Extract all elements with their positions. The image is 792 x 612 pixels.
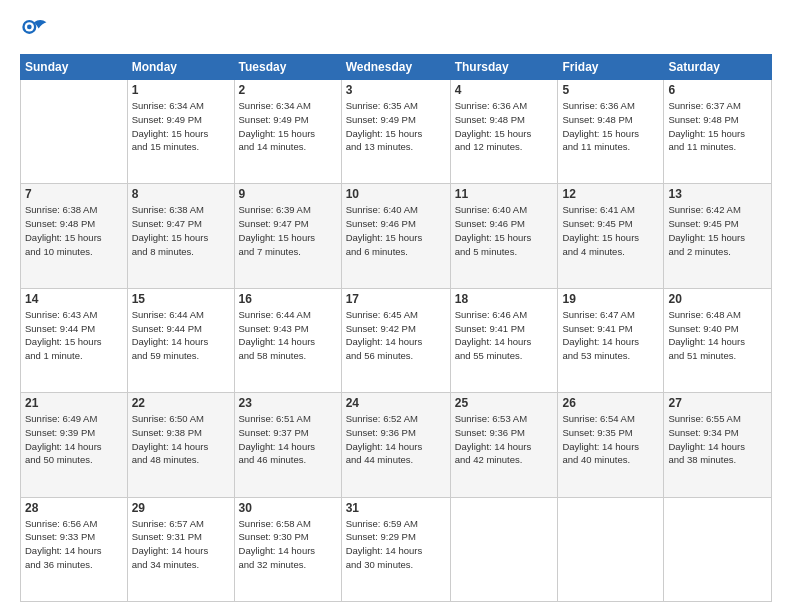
calendar-cell: 21Sunrise: 6:49 AM Sunset: 9:39 PM Dayli… bbox=[21, 393, 128, 497]
day-info: Sunrise: 6:54 AM Sunset: 9:35 PM Dayligh… bbox=[562, 412, 659, 467]
day-info: Sunrise: 6:50 AM Sunset: 9:38 PM Dayligh… bbox=[132, 412, 230, 467]
weekday-header-saturday: Saturday bbox=[664, 55, 772, 80]
day-info: Sunrise: 6:38 AM Sunset: 9:48 PM Dayligh… bbox=[25, 203, 123, 258]
calendar-cell: 17Sunrise: 6:45 AM Sunset: 9:42 PM Dayli… bbox=[341, 288, 450, 392]
calendar-cell: 23Sunrise: 6:51 AM Sunset: 9:37 PM Dayli… bbox=[234, 393, 341, 497]
calendar-week-3: 14Sunrise: 6:43 AM Sunset: 9:44 PM Dayli… bbox=[21, 288, 772, 392]
day-info: Sunrise: 6:56 AM Sunset: 9:33 PM Dayligh… bbox=[25, 517, 123, 572]
calendar-cell: 3Sunrise: 6:35 AM Sunset: 9:49 PM Daylig… bbox=[341, 80, 450, 184]
weekday-header-row: SundayMondayTuesdayWednesdayThursdayFrid… bbox=[21, 55, 772, 80]
day-info: Sunrise: 6:36 AM Sunset: 9:48 PM Dayligh… bbox=[562, 99, 659, 154]
day-number: 21 bbox=[25, 396, 123, 410]
calendar-cell: 8Sunrise: 6:38 AM Sunset: 9:47 PM Daylig… bbox=[127, 184, 234, 288]
day-number: 3 bbox=[346, 83, 446, 97]
day-number: 4 bbox=[455, 83, 554, 97]
day-number: 8 bbox=[132, 187, 230, 201]
day-number: 22 bbox=[132, 396, 230, 410]
day-info: Sunrise: 6:39 AM Sunset: 9:47 PM Dayligh… bbox=[239, 203, 337, 258]
calendar-cell: 12Sunrise: 6:41 AM Sunset: 9:45 PM Dayli… bbox=[558, 184, 664, 288]
day-number: 18 bbox=[455, 292, 554, 306]
day-number: 17 bbox=[346, 292, 446, 306]
day-info: Sunrise: 6:35 AM Sunset: 9:49 PM Dayligh… bbox=[346, 99, 446, 154]
weekday-header-friday: Friday bbox=[558, 55, 664, 80]
calendar-cell: 20Sunrise: 6:48 AM Sunset: 9:40 PM Dayli… bbox=[664, 288, 772, 392]
day-info: Sunrise: 6:44 AM Sunset: 9:43 PM Dayligh… bbox=[239, 308, 337, 363]
calendar-cell: 22Sunrise: 6:50 AM Sunset: 9:38 PM Dayli… bbox=[127, 393, 234, 497]
day-info: Sunrise: 6:40 AM Sunset: 9:46 PM Dayligh… bbox=[455, 203, 554, 258]
day-number: 31 bbox=[346, 501, 446, 515]
calendar-cell: 19Sunrise: 6:47 AM Sunset: 9:41 PM Dayli… bbox=[558, 288, 664, 392]
calendar-week-1: 1Sunrise: 6:34 AM Sunset: 9:49 PM Daylig… bbox=[21, 80, 772, 184]
day-number: 25 bbox=[455, 396, 554, 410]
day-number: 2 bbox=[239, 83, 337, 97]
day-info: Sunrise: 6:55 AM Sunset: 9:34 PM Dayligh… bbox=[668, 412, 767, 467]
weekday-header-tuesday: Tuesday bbox=[234, 55, 341, 80]
logo-icon bbox=[20, 16, 48, 44]
calendar-cell: 9Sunrise: 6:39 AM Sunset: 9:47 PM Daylig… bbox=[234, 184, 341, 288]
calendar-cell: 18Sunrise: 6:46 AM Sunset: 9:41 PM Dayli… bbox=[450, 288, 558, 392]
calendar-cell: 31Sunrise: 6:59 AM Sunset: 9:29 PM Dayli… bbox=[341, 497, 450, 601]
day-info: Sunrise: 6:40 AM Sunset: 9:46 PM Dayligh… bbox=[346, 203, 446, 258]
day-info: Sunrise: 6:36 AM Sunset: 9:48 PM Dayligh… bbox=[455, 99, 554, 154]
day-number: 6 bbox=[668, 83, 767, 97]
calendar-cell: 4Sunrise: 6:36 AM Sunset: 9:48 PM Daylig… bbox=[450, 80, 558, 184]
day-number: 26 bbox=[562, 396, 659, 410]
day-info: Sunrise: 6:52 AM Sunset: 9:36 PM Dayligh… bbox=[346, 412, 446, 467]
day-info: Sunrise: 6:59 AM Sunset: 9:29 PM Dayligh… bbox=[346, 517, 446, 572]
day-info: Sunrise: 6:58 AM Sunset: 9:30 PM Dayligh… bbox=[239, 517, 337, 572]
svg-point-2 bbox=[27, 25, 32, 30]
day-number: 28 bbox=[25, 501, 123, 515]
day-info: Sunrise: 6:44 AM Sunset: 9:44 PM Dayligh… bbox=[132, 308, 230, 363]
calendar-cell: 6Sunrise: 6:37 AM Sunset: 9:48 PM Daylig… bbox=[664, 80, 772, 184]
day-number: 19 bbox=[562, 292, 659, 306]
calendar-week-4: 21Sunrise: 6:49 AM Sunset: 9:39 PM Dayli… bbox=[21, 393, 772, 497]
calendar-table: SundayMondayTuesdayWednesdayThursdayFrid… bbox=[20, 54, 772, 602]
day-info: Sunrise: 6:48 AM Sunset: 9:40 PM Dayligh… bbox=[668, 308, 767, 363]
day-number: 7 bbox=[25, 187, 123, 201]
calendar-cell: 1Sunrise: 6:34 AM Sunset: 9:49 PM Daylig… bbox=[127, 80, 234, 184]
calendar-cell: 11Sunrise: 6:40 AM Sunset: 9:46 PM Dayli… bbox=[450, 184, 558, 288]
weekday-header-wednesday: Wednesday bbox=[341, 55, 450, 80]
calendar-cell: 16Sunrise: 6:44 AM Sunset: 9:43 PM Dayli… bbox=[234, 288, 341, 392]
day-number: 13 bbox=[668, 187, 767, 201]
day-number: 27 bbox=[668, 396, 767, 410]
day-info: Sunrise: 6:45 AM Sunset: 9:42 PM Dayligh… bbox=[346, 308, 446, 363]
calendar-cell bbox=[664, 497, 772, 601]
calendar-cell: 14Sunrise: 6:43 AM Sunset: 9:44 PM Dayli… bbox=[21, 288, 128, 392]
day-info: Sunrise: 6:42 AM Sunset: 9:45 PM Dayligh… bbox=[668, 203, 767, 258]
day-info: Sunrise: 6:51 AM Sunset: 9:37 PM Dayligh… bbox=[239, 412, 337, 467]
day-number: 1 bbox=[132, 83, 230, 97]
day-number: 20 bbox=[668, 292, 767, 306]
calendar-cell: 7Sunrise: 6:38 AM Sunset: 9:48 PM Daylig… bbox=[21, 184, 128, 288]
day-info: Sunrise: 6:57 AM Sunset: 9:31 PM Dayligh… bbox=[132, 517, 230, 572]
day-number: 16 bbox=[239, 292, 337, 306]
calendar-cell: 27Sunrise: 6:55 AM Sunset: 9:34 PM Dayli… bbox=[664, 393, 772, 497]
page-header bbox=[20, 16, 772, 44]
day-info: Sunrise: 6:43 AM Sunset: 9:44 PM Dayligh… bbox=[25, 308, 123, 363]
calendar-cell: 5Sunrise: 6:36 AM Sunset: 9:48 PM Daylig… bbox=[558, 80, 664, 184]
calendar-cell: 24Sunrise: 6:52 AM Sunset: 9:36 PM Dayli… bbox=[341, 393, 450, 497]
day-info: Sunrise: 6:53 AM Sunset: 9:36 PM Dayligh… bbox=[455, 412, 554, 467]
day-number: 29 bbox=[132, 501, 230, 515]
calendar-cell: 26Sunrise: 6:54 AM Sunset: 9:35 PM Dayli… bbox=[558, 393, 664, 497]
day-number: 14 bbox=[25, 292, 123, 306]
logo bbox=[20, 16, 52, 44]
calendar-cell: 15Sunrise: 6:44 AM Sunset: 9:44 PM Dayli… bbox=[127, 288, 234, 392]
calendar-cell bbox=[558, 497, 664, 601]
day-info: Sunrise: 6:38 AM Sunset: 9:47 PM Dayligh… bbox=[132, 203, 230, 258]
day-info: Sunrise: 6:34 AM Sunset: 9:49 PM Dayligh… bbox=[132, 99, 230, 154]
day-info: Sunrise: 6:41 AM Sunset: 9:45 PM Dayligh… bbox=[562, 203, 659, 258]
calendar-cell bbox=[21, 80, 128, 184]
weekday-header-thursday: Thursday bbox=[450, 55, 558, 80]
weekday-header-monday: Monday bbox=[127, 55, 234, 80]
day-number: 15 bbox=[132, 292, 230, 306]
day-number: 10 bbox=[346, 187, 446, 201]
day-info: Sunrise: 6:47 AM Sunset: 9:41 PM Dayligh… bbox=[562, 308, 659, 363]
calendar-cell: 29Sunrise: 6:57 AM Sunset: 9:31 PM Dayli… bbox=[127, 497, 234, 601]
day-info: Sunrise: 6:34 AM Sunset: 9:49 PM Dayligh… bbox=[239, 99, 337, 154]
calendar-cell: 30Sunrise: 6:58 AM Sunset: 9:30 PM Dayli… bbox=[234, 497, 341, 601]
calendar-cell: 28Sunrise: 6:56 AM Sunset: 9:33 PM Dayli… bbox=[21, 497, 128, 601]
day-info: Sunrise: 6:49 AM Sunset: 9:39 PM Dayligh… bbox=[25, 412, 123, 467]
day-info: Sunrise: 6:46 AM Sunset: 9:41 PM Dayligh… bbox=[455, 308, 554, 363]
day-number: 24 bbox=[346, 396, 446, 410]
